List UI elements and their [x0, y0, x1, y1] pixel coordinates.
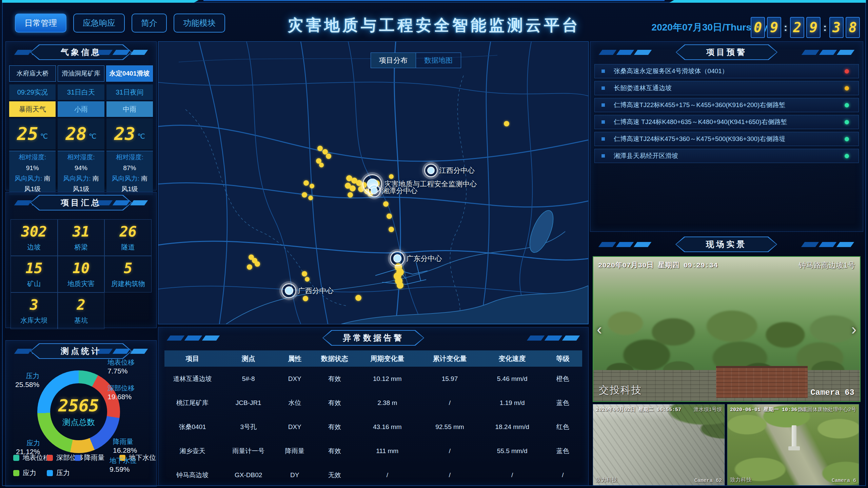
col-level: 等级	[544, 354, 582, 363]
legend-swatch	[13, 470, 19, 476]
status-dot-icon	[845, 69, 849, 74]
cell-level: 橙色	[544, 374, 582, 383]
project-dot[interactable]	[326, 154, 331, 159]
project-dot[interactable]	[389, 174, 394, 179]
project-dot[interactable]	[247, 264, 252, 270]
stats-panel-title: 测点统计	[47, 346, 115, 357]
warning-row[interactable]: 张桑高速永定服务区4号滑坡体（0401）	[594, 64, 859, 78]
cameras-panel-title: 现场实景	[692, 239, 760, 250]
col-point: 测点	[220, 354, 276, 363]
project-dot[interactable]	[303, 180, 309, 186]
camera-thumb-waste-center[interactable]: 2020-06-01 星期一 10:36:41 娄底固体废物处理中心2号 致力科…	[727, 404, 859, 486]
camera-thumb-dam[interactable]: 2020年06月02日 星期二 06:55:57 泄水坝1号坝 致力科技 Cam…	[593, 404, 725, 486]
map-tab-data-map[interactable]: 数据地图	[416, 53, 461, 68]
bullet-icon	[601, 154, 605, 158]
map-center-marker[interactable]: 广西分中心	[281, 283, 296, 298]
cell-point: JCB-JR1	[220, 399, 276, 407]
warning-row[interactable]: 湘潭县天易经开区滑坡	[594, 149, 859, 163]
wind-label: 风向风力:	[15, 175, 42, 182]
legend-item[interactable]: 应力	[13, 468, 47, 477]
map-center-marker[interactable]: 湘潭分中心	[368, 184, 381, 197]
warning-row[interactable]: 仁博高速 TJ24标K480+635～K480+940(K941+650)右侧路…	[594, 115, 859, 129]
warning-row[interactable]: 仁博高速TJ22标K455+175～K455+360(K916+200)右侧路堑	[594, 98, 859, 112]
cell-change-speed: 18.24 mm/d	[481, 423, 544, 431]
legend-item[interactable]: 压力	[47, 468, 80, 477]
weather-temperature: 23 ℃	[106, 118, 153, 149]
center-label: 江西分中心	[439, 166, 475, 175]
cell-period-change: /	[356, 471, 418, 479]
concrete-slope-scene	[593, 404, 725, 486]
alert-table-row[interactable]: 湘乡壶天 雨量计一号 降雨量 有效 111 mm / 55.5 mm/d 蓝色	[164, 439, 582, 463]
project-dot[interactable]	[303, 296, 308, 301]
clock-colon: :	[823, 22, 827, 33]
callout-deep-displacement: 深部位移19.68%	[107, 384, 135, 401]
cell-change-speed: 5.46 mm/d	[481, 375, 544, 383]
weather-columns: 09:29实况 暴雨天气 25 ℃ 相对湿度: 91% 风向风力: 南风1级	[9, 84, 153, 195]
bullet-icon	[601, 120, 605, 124]
project-dot[interactable]	[317, 146, 323, 151]
header-deco	[803, 50, 853, 55]
warning-row[interactable]: 仁博高速TJ24标K475+360～K475+500(K936+300)右侧路堤	[594, 132, 859, 146]
weather-tab-yongding[interactable]: 永定0401滑坡	[106, 65, 153, 82]
project-dot[interactable]	[355, 295, 361, 301]
project-dot[interactable]	[387, 214, 392, 219]
project-dot[interactable]	[348, 192, 353, 198]
alert-table-row[interactable]: 桃江尾矿库 JCB-JR1 水位 有效 2.38 m / 1.19 m/d 蓝色	[164, 391, 582, 415]
humidity-value: 87%	[123, 164, 136, 171]
temperature-unit: ℃	[137, 132, 145, 140]
weather-temperature: 25 ℃	[9, 118, 56, 149]
weather-tab-huayoudong[interactable]: 滑油洞尾矿库	[58, 65, 104, 82]
alert-table-row[interactable]: 钟马高边坡 GX-DB02 DY 无效 / / / /	[164, 463, 582, 487]
cell-status: 有效	[313, 374, 356, 383]
summary-value: 10	[73, 260, 90, 277]
summary-cell: 2 基坑	[58, 292, 105, 329]
project-dot[interactable]	[350, 185, 356, 191]
project-dot[interactable]	[302, 271, 307, 277]
prev-camera-arrow-icon[interactable]: ‹	[597, 321, 602, 337]
nav-daily-management[interactable]: 日常管理	[15, 14, 66, 33]
nav-intro[interactable]: 简介	[132, 14, 167, 33]
project-dot[interactable]	[383, 201, 389, 207]
map-panel[interactable]: 项目分布 数据地图 灾害地质与工程安全监测中心湘潭分中心江西分中心广东分中心广西…	[158, 41, 589, 324]
warning-row[interactable]: 长韶娄道林互通边坡	[594, 81, 859, 95]
project-dot[interactable]	[319, 163, 324, 167]
monitoring-instrument	[792, 425, 796, 447]
callout-surface-displacement: 地表位移7.75%	[107, 358, 135, 375]
project-dot[interactable]	[305, 277, 310, 282]
map-center-marker[interactable]: 江西分中心	[424, 164, 438, 177]
project-dot[interactable]	[504, 121, 509, 126]
weather-panel: 气象信息 水府庙大桥 滑油洞尾矿库 永定0401滑坡 09:29实况 暴雨天气 …	[5, 41, 157, 190]
col-status: 数据状态	[313, 354, 356, 363]
project-dot[interactable]	[308, 196, 313, 200]
cell-level: /	[544, 471, 582, 479]
next-camera-arrow-icon[interactable]: ›	[851, 321, 856, 337]
live-scene-panel: 现场实景 2020年07月30日 星期四 09:29:34 钟马路高边坡1号 交…	[590, 234, 863, 486]
project-dot[interactable]	[389, 227, 394, 232]
bullet-icon	[601, 103, 605, 107]
cell-point: 雨量计一号	[220, 447, 276, 455]
project-dot[interactable]	[302, 192, 307, 198]
cell-change-speed: 1.19 m/d	[481, 399, 544, 407]
summary-cell: 5 房建构筑物	[104, 256, 152, 292]
project-dot[interactable]	[310, 184, 314, 188]
warning-text: 长韶娄道林互通边坡	[614, 84, 845, 93]
summary-cell: 31 桥梁	[58, 219, 105, 256]
weather-tab-shuifumiao[interactable]: 水府庙大桥	[9, 65, 56, 82]
summary-grid: 302 边坡 31 桥梁 26 隧道 15 矿山 10 地质灾害	[11, 219, 152, 329]
cell-change-speed: /	[481, 471, 544, 479]
points-total: 2565	[58, 396, 99, 415]
main-camera-view[interactable]: 2020年07月30日 星期四 09:29:34 钟马路高边坡1号 交投科技 C…	[593, 256, 861, 402]
alert-table-row[interactable]: 道林互通边坡 5#-8 DXY 有效 10.12 mm 15.97 5.46 m…	[164, 367, 582, 391]
cell-level: 蓝色	[544, 399, 582, 407]
map-tab-project-distribution[interactable]: 项目分布	[371, 53, 416, 68]
legend-item[interactable]: 深部位移	[47, 453, 75, 462]
project-dot[interactable]	[255, 261, 260, 267]
map-center-marker[interactable]: 广东分中心	[390, 251, 405, 266]
weather-tabs: 水府庙大桥 滑油洞尾矿库 永定0401滑坡	[9, 65, 153, 82]
weather-column: 31日白天 小雨 28 ℃ 相对湿度: 94% 风向风力: 南风1级	[58, 84, 104, 195]
camera-timestamp: 2020-06-01 星期一 10:36:41	[730, 406, 806, 413]
alert-table-row[interactable]: 张桑0401 3号孔 DXY 有效 43.16 mm 92.55 mm 18.2…	[164, 415, 582, 439]
nav-function-modules[interactable]: 功能模块	[174, 14, 225, 33]
nav-emergency-response[interactable]: 应急响应	[73, 14, 125, 33]
project-dot[interactable]	[397, 282, 403, 289]
